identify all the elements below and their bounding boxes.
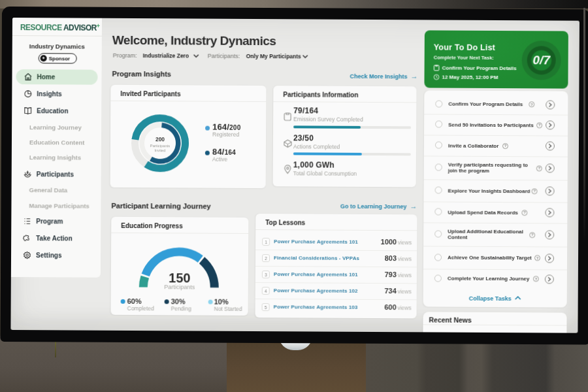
svg-text:Invited: Invited	[154, 149, 165, 153]
svg-text:Participants: Participants	[150, 144, 170, 148]
svg-text:200: 200	[155, 137, 165, 143]
svg-text:0/7: 0/7	[532, 54, 551, 67]
